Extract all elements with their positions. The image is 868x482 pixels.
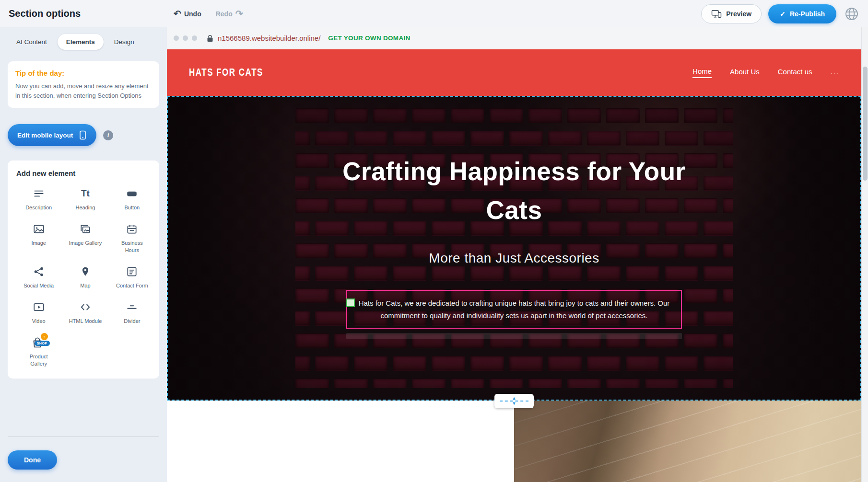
- section-resize-handle[interactable]: ▲ ▼: [494, 394, 534, 408]
- brick: [645, 379, 679, 388]
- brick: [393, 356, 426, 371]
- preview-button[interactable]: Preview: [701, 4, 762, 23]
- hero-subheading[interactable]: More than Just Accessories: [429, 251, 599, 266]
- brick: [334, 379, 368, 388]
- business-hours-icon: [126, 222, 138, 236]
- undo-button[interactable]: ↶ Undo: [174, 9, 201, 18]
- preview-label: Preview: [726, 10, 751, 18]
- video-icon: [33, 300, 45, 314]
- brick: [412, 379, 446, 388]
- element-description[interactable]: Description: [16, 187, 61, 211]
- brick: [567, 379, 601, 388]
- devices-icon: [711, 10, 722, 18]
- info-icon[interactable]: i: [103, 130, 113, 140]
- section-options-sidebar: AI Content Elements Design Tip of the da…: [0, 27, 167, 482]
- element-divider[interactable]: Divider: [110, 300, 154, 324]
- selected-text-element[interactable]: Hats for Cats, we are dedicated to craft…: [346, 290, 682, 329]
- brick: [723, 379, 733, 388]
- browser-bar: n1566589.websitebuilder.online/ GET YOUR…: [167, 27, 861, 49]
- site-header: HATS FOR CATS Home About Us Contact us .…: [167, 49, 861, 96]
- republish-label: Re-Publish: [790, 10, 825, 18]
- next-section-blank: [167, 401, 514, 482]
- html-module-icon: [79, 300, 92, 314]
- contact-form-icon: [126, 265, 138, 278]
- arrow-up-icon: ▲: [512, 396, 516, 401]
- brick: [509, 356, 543, 371]
- scrollbar-thumb[interactable]: [863, 67, 868, 181]
- nav-contact-us[interactable]: Contact us: [778, 68, 812, 78]
- undo-icon: ↶: [174, 9, 181, 18]
- next-section[interactable]: [167, 401, 861, 482]
- divider-icon: [126, 300, 138, 314]
- done-button[interactable]: Done: [8, 450, 57, 470]
- shop-badge: SHOP: [35, 341, 50, 346]
- redo-label: Redo: [216, 10, 233, 18]
- element-heading[interactable]: Tt Heading: [63, 187, 107, 211]
- lock-icon: [207, 34, 213, 42]
- sidebar-divider: [8, 436, 159, 437]
- nav-about-us[interactable]: About Us: [730, 68, 760, 78]
- brick: [354, 356, 387, 371]
- add-new-element-card: Add new element Description Tt Heading: [8, 161, 159, 379]
- language-globe-button[interactable]: [844, 6, 859, 22]
- hero-section[interactable]: Crafting Happiness for Your Cats More th…: [167, 96, 861, 401]
- element-product-gallery[interactable]: SHOP ↑ Product Gallery: [16, 336, 61, 367]
- tip-body: Now you can add, move and resize any ele…: [15, 81, 152, 100]
- tip-title: Tip of the day:: [15, 69, 152, 77]
- element-video[interactable]: Video: [16, 300, 61, 324]
- page-title: Section options: [9, 8, 167, 19]
- element-resize-handle[interactable]: [346, 298, 355, 307]
- undo-label: Undo: [184, 10, 201, 18]
- pavement-photo: [514, 401, 861, 482]
- button-icon: [126, 187, 138, 200]
- republish-button[interactable]: ✓ Re-Publish: [768, 4, 836, 23]
- get-domain-link[interactable]: GET YOUR OWN DOMAIN: [328, 34, 410, 42]
- globe-icon: [844, 6, 859, 22]
- sidebar-tabs: AI Content Elements Design: [8, 34, 159, 50]
- element-social-media[interactable]: Social Media: [16, 265, 61, 289]
- nav-home[interactable]: Home: [692, 67, 712, 78]
- window-dots: [174, 35, 197, 41]
- brick: [528, 379, 562, 388]
- element-contact-form[interactable]: Contact Form: [110, 265, 154, 289]
- brick: [470, 356, 504, 371]
- add-element-title: Add new element: [16, 169, 154, 177]
- element-button[interactable]: Button: [110, 187, 154, 211]
- tab-ai-content[interactable]: AI Content: [8, 34, 56, 50]
- redo-icon: ↷: [235, 9, 243, 18]
- brick: [548, 356, 582, 371]
- tab-elements[interactable]: Elements: [58, 34, 104, 50]
- site-logo[interactable]: HATS FOR CATS: [189, 67, 263, 79]
- element-map[interactable]: Map: [63, 265, 107, 289]
- product-gallery-icon: SHOP ↑: [31, 336, 47, 349]
- site-url: n1566589.websitebuilder.online/: [218, 34, 320, 42]
- nav-more-button[interactable]: ...: [830, 68, 839, 78]
- element-grid: Description Tt Heading Button: [16, 187, 154, 367]
- redo-button[interactable]: Redo ↷: [216, 9, 243, 18]
- edit-mobile-label: Edit mobile layout: [17, 132, 73, 139]
- check-icon: ✓: [780, 10, 786, 18]
- hero-heading[interactable]: Crafting Happiness for Your Cats: [341, 152, 687, 230]
- heading-icon: Tt: [81, 187, 90, 200]
- hero-body-text[interactable]: Hats for Cats, we are dedicated to craft…: [351, 297, 677, 321]
- element-ghost-strip: [346, 333, 682, 339]
- brick: [704, 356, 733, 371]
- brick: [315, 356, 349, 371]
- map-icon: [79, 265, 92, 278]
- scrollbar[interactable]: [861, 27, 868, 482]
- element-business-hours[interactable]: Business Hours: [110, 222, 154, 253]
- brick: [587, 356, 621, 371]
- brick: [295, 379, 329, 388]
- brick: [373, 379, 407, 388]
- edit-mobile-layout-button[interactable]: Edit mobile layout: [8, 124, 96, 146]
- element-image-gallery[interactable]: Image Gallery: [63, 222, 107, 253]
- site-preview-area: n1566589.websitebuilder.online/ GET YOUR…: [167, 27, 868, 482]
- element-html-module[interactable]: HTML Module: [63, 300, 107, 324]
- upgrade-badge-icon: ↑: [41, 333, 48, 340]
- element-image[interactable]: Image: [16, 222, 61, 253]
- undo-redo-group: ↶ Undo Redo ↷: [174, 9, 243, 18]
- image-gallery-icon: [79, 222, 92, 236]
- description-icon: [33, 187, 45, 200]
- tab-design[interactable]: Design: [106, 34, 143, 50]
- brick: [451, 379, 484, 388]
